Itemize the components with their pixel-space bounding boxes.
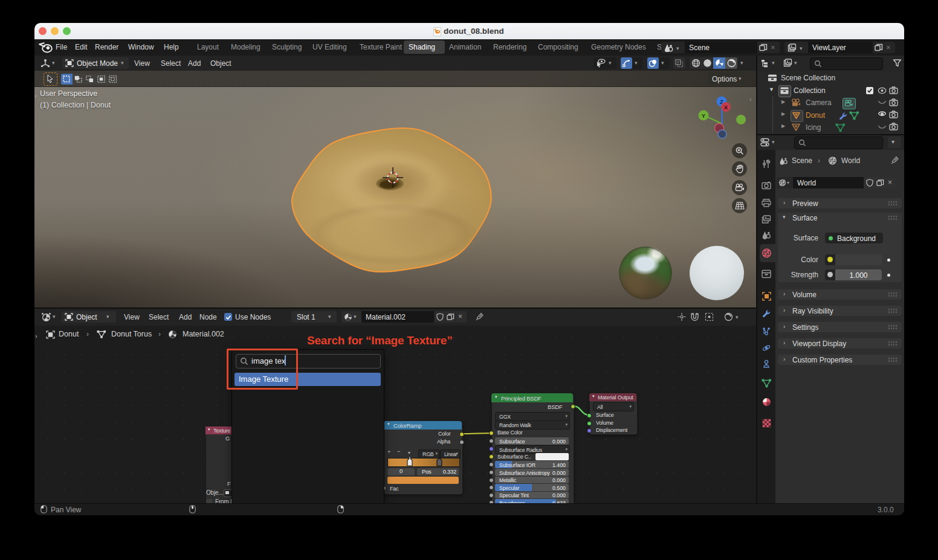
svg-text:Y: Y: [702, 112, 706, 119]
svg-text:X: X: [724, 104, 728, 111]
